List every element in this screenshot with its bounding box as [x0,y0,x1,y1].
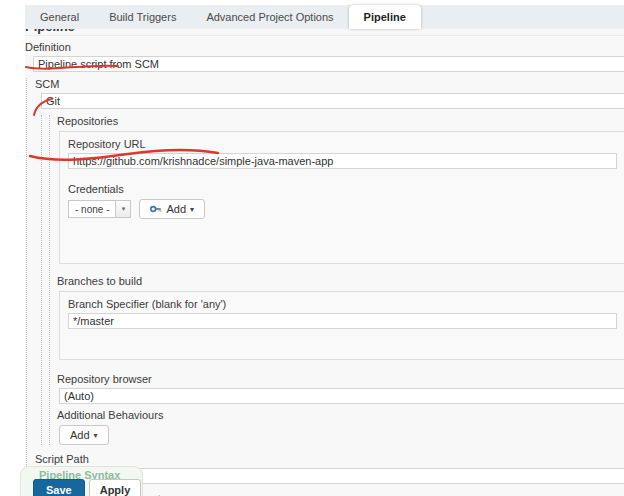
repository-box-spacer [68,219,615,263]
branch-specifier-input[interactable] [68,313,617,329]
repository-browser-select[interactable]: (Auto) [59,388,624,404]
repository-browser-value: (Auto) [64,390,94,402]
credentials-select-value: - none - [75,204,109,215]
tab-general[interactable]: General [25,5,94,29]
credentials-label: Credentials [68,183,615,195]
repository-browser-label: Repository browser [57,373,624,385]
pipeline-config-content: Pipeline Definition Pipeline script from… [25,29,624,496]
branches-box-spacer [68,329,615,359]
definition-select[interactable]: Pipeline script from SCM [33,56,624,72]
credentials-select[interactable]: - none - [68,200,116,218]
apply-button[interactable]: Apply [89,479,142,496]
scm-select[interactable]: Git [41,93,624,109]
script-path-label: Script Path [35,453,624,465]
repository-box: Repository URL Credentials - none - ▾ [59,131,624,264]
additional-behaviours-label: Additional Behaviours [57,409,624,421]
definition-label: Definition [25,41,624,53]
git-options-block: Repositories Repository URL Credentials … [49,115,624,445]
config-tabbar: General Build Triggers Advanced Project … [25,5,624,29]
key-icon [150,203,162,215]
add-credentials-label: Add [166,203,186,215]
section-heading-text: Pipeline [25,29,624,34]
branches-box: Branch Specifier (blank for 'any') [59,291,624,360]
scm-select-value: Git [46,95,60,107]
repository-url-label: Repository URL [68,138,615,150]
tab-build-triggers[interactable]: Build Triggers [94,5,191,29]
caret-down-icon: ▾ [190,205,194,214]
scm-label: SCM [35,78,624,90]
git-scm-block: Repositories Repository URL Credentials … [41,115,624,445]
caret-down-icon: ▾ [94,431,98,440]
add-behaviour-label: Add [70,429,90,441]
scm-definition-block: SCM Git Repositories Repository URL Cred… [26,78,624,496]
save-button[interactable]: Save [33,479,85,496]
tab-pipeline[interactable]: Pipeline [349,5,421,29]
definition-select-value: Pipeline script from SCM [38,58,159,70]
config-panel: General Build Triggers Advanced Project … [25,5,624,496]
add-behaviour-button[interactable]: Add ▾ [59,425,109,445]
section-heading-clipped: Pipeline [25,29,624,36]
credentials-select-chevron-button[interactable]: ▾ [116,200,131,218]
branch-specifier-label: Branch Specifier (blank for 'any') [68,298,615,310]
tab-advanced-project-options[interactable]: Advanced Project Options [191,5,348,29]
add-credentials-button[interactable]: Add ▾ [139,199,205,219]
repositories-label: Repositories [57,115,624,127]
credentials-row: - none - ▾ [68,199,615,219]
repository-url-input[interactable] [68,153,617,169]
floating-save-bar: Pipeline Syntax Save Apply [20,466,143,496]
branches-to-build-label: Branches to build [57,275,624,287]
save-apply-row: Save Apply [33,479,141,496]
chevron-down-icon: ▾ [122,205,126,213]
